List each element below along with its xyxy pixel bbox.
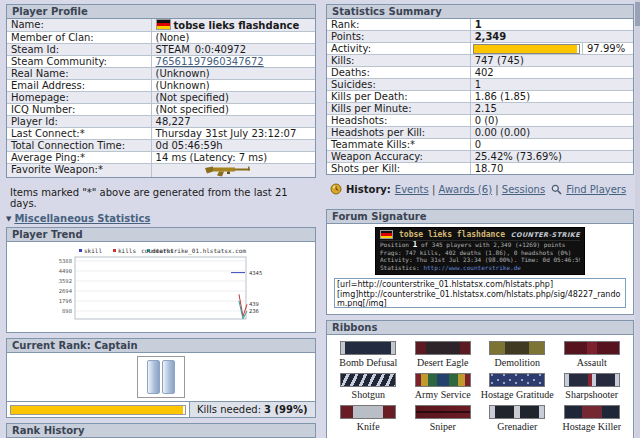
svg-text:439: 439: [249, 301, 259, 307]
stats-row: Suicides:1: [327, 78, 633, 90]
signature-bbcode-textarea[interactable]: [url=http://counterstrike_01.hlstatsx.co…: [334, 278, 626, 308]
rank-history-header: Rank History: [7, 424, 315, 438]
profile-row-label: Member of Clan:: [7, 32, 152, 43]
signature-position-line: Position 1 of 345 players with 2,349 (+1…: [380, 241, 580, 249]
ribbon-label: Sharpshooter: [565, 389, 618, 400]
steam-community-link[interactable]: 76561197960347672: [156, 56, 264, 67]
history-link-sessions[interactable]: Sessions: [502, 184, 545, 195]
ribbon-item: Desert Eagle: [406, 341, 481, 368]
stats-row-value: 0: [471, 139, 633, 150]
signature-activity-line: Activity: Thu 31st Jul 23:34 (98.00%). T…: [380, 256, 580, 264]
profile-row-label: Steam Id:: [7, 44, 152, 55]
statistics-summary-rows: Rank:1Points:2,349Activity:97.99%Kills:7…: [327, 19, 633, 174]
stats-row: Weapon Accuracy:25.42% (73.69%): [327, 150, 633, 162]
profile-row: Average Ping:*14 ms (Latency: 7 ms): [7, 151, 315, 163]
signature-image: tobse lieks flashdance COUNTER-STRIKE Po…: [375, 227, 585, 275]
ribbon-label: Hostage Killer: [562, 421, 621, 432]
statistics-summary-panel: Statistics Summary Rank:1Points:2,349Act…: [326, 4, 634, 175]
stats-row-value: 1.86 (1.85): [471, 91, 633, 102]
history-links: Events | Awards (6) | Sessions: [395, 184, 545, 195]
ribbon-item: Hostage Killer: [555, 405, 630, 432]
svg-text:4490: 4490: [59, 268, 72, 274]
svg-text:2694: 2694: [59, 288, 73, 294]
activity-percent: 97.99%: [582, 43, 633, 54]
statistics-summary-header: Statistics Summary: [327, 5, 633, 19]
kills-needed-cell: Kills needed: 3 (99%): [189, 402, 315, 417]
rank-progress-bar: [10, 405, 186, 415]
stats-row: Headshots per Kill:0.00 (0.00): [327, 126, 633, 138]
miscellaneous-statistics-row: ▼Miscellaneous Statistics: [6, 213, 316, 224]
stats-row-value: 2,349: [471, 31, 633, 42]
stats-row-label: Kills per Death:: [327, 91, 471, 102]
signature-rank-number: 1: [413, 241, 418, 249]
rank-progress-fill: [11, 406, 183, 414]
ribbon-image-shotgun: [340, 373, 396, 387]
ribbon-label: Sniper: [430, 421, 456, 432]
ak47-weapon-icon[interactable]: [204, 164, 262, 177]
separator: |: [429, 184, 439, 195]
hlstatsx-player-page: Player Profile Name:tobse lieks flashdan…: [0, 0, 640, 438]
find-players-link[interactable]: Find Players: [566, 184, 626, 195]
ribbon-item: Knife: [331, 405, 406, 432]
ribbons-header: Ribbons: [327, 321, 633, 335]
profile-row-label: Steam Community:: [7, 56, 152, 67]
signature-player-name: tobse lieks flashdance: [399, 230, 508, 239]
stats-row: Headshots:0 (0): [327, 114, 633, 126]
stats-row-value: 25.42% (73.69%): [471, 151, 633, 162]
miscellaneous-statistics-link[interactable]: Miscellaneous Statistics: [14, 213, 150, 224]
player-name: tobse lieks flashdance: [174, 20, 300, 31]
profile-row-value: 14 ms (Latency: 7 ms): [152, 152, 315, 163]
stats-row: Activity:97.99%: [327, 42, 633, 54]
profile-row-value: (None): [152, 32, 315, 43]
stats-row-value: 1: [471, 19, 633, 30]
stats-row-value: 747 (745): [471, 55, 633, 66]
ribbon-label: Shotgun: [352, 389, 385, 400]
ribbon-image-army-service: [415, 373, 471, 387]
forum-signature-header: Forum Signature: [327, 210, 633, 224]
profile-row-label: Total Connection Time:: [7, 140, 152, 151]
profile-row: Player Id:48,227: [7, 115, 315, 127]
ribbon-label: Hostage Gratitude: [481, 389, 554, 400]
ribbon-item: Sharpshooter: [555, 373, 630, 400]
history-link-awards-6-[interactable]: Awards (6): [438, 184, 492, 195]
stats-row-value: 402: [471, 67, 633, 78]
stats-row: Shots per Kill:18.70: [327, 162, 633, 174]
rank-progress-row: Kills needed: 3 (99%): [7, 401, 315, 417]
stats-row-label: Suicides:: [327, 79, 471, 90]
stats-row-value: 1: [471, 79, 633, 90]
stats-row: Deaths:402: [327, 66, 633, 78]
player-profile-header: Player Profile: [7, 5, 315, 19]
svg-text:4345: 4345: [249, 270, 262, 276]
history-link-events[interactable]: Events: [395, 184, 429, 195]
captain-bar-icon: [147, 360, 160, 394]
activity-bar: [473, 44, 580, 54]
ribbon-image-grenadier: [489, 405, 545, 419]
svg-text:kills: kills: [118, 247, 136, 254]
stats-row-label: Teammate Kills:*: [327, 139, 471, 150]
stats-row-value: 0.00 (0.00): [471, 127, 633, 138]
profile-row-label: Favorite Weapon:*: [7, 164, 152, 177]
profile-row-value: 76561197960347672: [152, 56, 315, 67]
svg-text:236: 236: [249, 308, 259, 314]
ribbon-item: Sniper: [406, 405, 481, 432]
kills-needed-value: 3 (99%): [264, 404, 308, 415]
ribbon-label: Army Service: [415, 389, 471, 400]
ribbon-image-desert-eagle: [415, 341, 471, 355]
svg-text:counterstrike_01.hlstatsx.com: counterstrike_01.hlstatsx.com: [141, 247, 246, 255]
ribbon-image-sharpshooter: [564, 373, 620, 387]
separator: |: [492, 184, 502, 195]
scrollbar-track[interactable]: [635, 0, 640, 438]
profile-row-label: Email Address:: [7, 80, 152, 91]
stats-row: Kills:747 (745): [327, 54, 633, 66]
stats-row-label: Shots per Kill:: [327, 163, 471, 174]
stats-row-label: Rank:: [327, 19, 471, 30]
profile-row: Name:tobse lieks flashdance: [7, 19, 315, 31]
signature-frags-line: Frags: 747 kills, 402 deaths (1.86), 0 h…: [380, 249, 580, 257]
signature-image-header: tobse lieks flashdance COUNTER-STRIKE: [380, 230, 580, 241]
current-rank-value: Captain: [94, 340, 137, 351]
scrollbar-thumb[interactable]: [635, 2, 640, 26]
stats-row-label: Points:: [327, 31, 471, 42]
germany-flag-icon: [156, 19, 171, 30]
svg-text:3592: 3592: [59, 278, 72, 284]
search-icon: [551, 184, 562, 195]
